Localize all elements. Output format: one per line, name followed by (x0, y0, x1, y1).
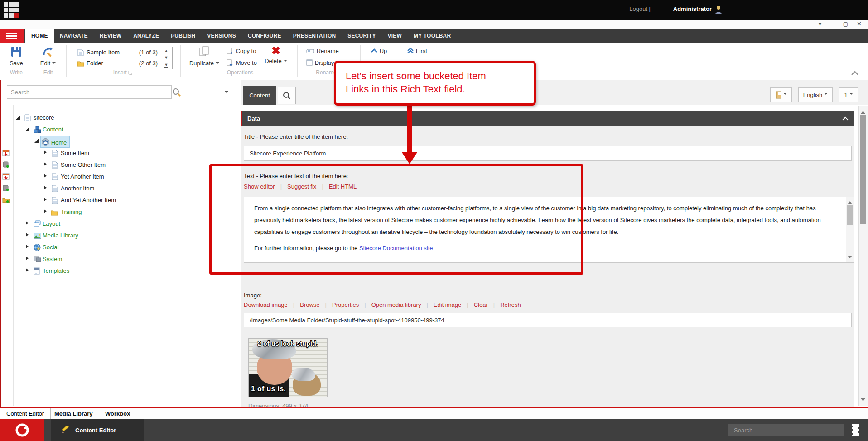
show-editor-link[interactable]: Show editor (244, 183, 275, 190)
expander-icon[interactable] (44, 186, 48, 189)
tree-item-another-item[interactable]: Another Item (1, 183, 236, 194)
delete-button[interactable]: ✖ Delete (262, 45, 290, 64)
expander-icon[interactable] (26, 221, 30, 225)
ribbon-tab-publish[interactable]: PUBLISH (165, 29, 201, 43)
search-icon[interactable] (172, 88, 181, 97)
maximize-icon[interactable]: ▢ (843, 20, 848, 28)
tree-item-training[interactable]: Training (1, 206, 236, 218)
duplicate-button[interactable]: Duplicate (188, 46, 221, 67)
scroll-up-icon[interactable] (848, 199, 852, 204)
scrollbar-thumb[interactable] (860, 115, 866, 224)
ribbon-tab-configure[interactable]: CONFIGURE (242, 29, 287, 43)
search-options-caret-icon[interactable] (225, 91, 228, 95)
first-button[interactable]: First (407, 48, 427, 54)
tree-item-and-yet-another-item[interactable]: And Yet Another Item (1, 194, 236, 206)
scroll-down-icon[interactable] (848, 256, 852, 261)
expander-icon[interactable] (26, 233, 30, 237)
tree-item-templates[interactable]: Templates (1, 265, 236, 277)
scroll-up-icon[interactable] (861, 109, 865, 114)
edit-image-link[interactable]: Edit image (434, 301, 461, 308)
ribbon-tab-security[interactable]: SECURITY (342, 29, 381, 43)
scroll-down-icon[interactable] (861, 398, 865, 403)
expander-icon[interactable] (44, 174, 48, 178)
browse-link[interactable]: Browse (300, 301, 319, 308)
tab-content[interactable]: Content (243, 86, 276, 105)
insert-spinner[interactable]: ▲ ▼ ▼ (161, 47, 171, 69)
app-switcher-icon[interactable] (850, 424, 861, 436)
profile-selector-button[interactable] (770, 87, 792, 102)
rename-button[interactable]: Rename (306, 48, 339, 54)
ribbon-tab-presentation[interactable]: PRESENTATION (287, 29, 342, 43)
spin-down-icon[interactable]: ▼ (164, 55, 169, 60)
refresh-link[interactable]: Refresh (500, 301, 521, 308)
expander-icon[interactable] (26, 268, 30, 272)
expander-icon[interactable] (44, 209, 48, 213)
taskbar-search-input[interactable] (728, 424, 844, 436)
ribbon-tab-home[interactable]: HOME (25, 29, 54, 43)
move-to-button[interactable]: Move to (227, 59, 257, 66)
current-user-label[interactable]: Administrator (673, 5, 712, 12)
collapse-ribbon-icon[interactable] (851, 70, 859, 76)
tree-item-layout[interactable]: Layout (1, 218, 236, 230)
collapse-section-icon[interactable] (842, 116, 849, 121)
ribbon-tab-my-toolbar[interactable]: MY TOOLBAR (408, 29, 457, 43)
ribbon-tab-review[interactable]: REVIEW (94, 29, 128, 43)
expander-icon[interactable] (44, 150, 48, 154)
clear-link[interactable]: Clear (474, 301, 488, 308)
item-search-button[interactable] (278, 87, 296, 104)
window-menu-caret-icon[interactable]: ▾ (819, 20, 821, 28)
tree-item-sitecore[interactable]: sitecore (1, 112, 236, 124)
expander-icon[interactable] (44, 198, 48, 201)
suggest-fix-link[interactable]: Suggest fix (287, 183, 316, 190)
tree-item-system[interactable]: System (1, 253, 236, 265)
minimize-icon[interactable]: — (830, 20, 835, 28)
sitecore-logo[interactable] (0, 419, 44, 441)
edit-button[interactable]: Edit (34, 46, 62, 67)
open-media-library-link[interactable]: Open media library (371, 301, 421, 308)
ribbon-tab-versions[interactable]: VERSIONS (201, 29, 242, 43)
tree-item-some-other-item[interactable]: Some Other Item (1, 159, 236, 171)
title-field-input[interactable] (244, 146, 852, 161)
up-button[interactable]: Up (371, 48, 387, 54)
expander-icon[interactable] (44, 162, 48, 166)
expander-icon[interactable] (16, 115, 20, 120)
section-header-data[interactable]: Data (241, 111, 854, 126)
expander-icon[interactable] (34, 139, 39, 143)
close-icon[interactable]: ✕ (857, 20, 862, 28)
language-selector-button[interactable]: English (798, 87, 833, 102)
richtext-scrollbar[interactable] (846, 197, 854, 262)
ribbon-tab-analyze[interactable]: ANALYZE (127, 29, 165, 43)
ribbon-tab-view[interactable]: VIEW (382, 29, 408, 43)
tree-item-yet-another-item[interactable]: Yet Another Item (1, 171, 236, 183)
properties-link[interactable]: Properties (332, 301, 359, 308)
insert-dialog-launcher-icon[interactable] (128, 71, 132, 75)
expander-icon[interactable] (26, 257, 30, 260)
sitecore-documentation-link[interactable]: Sitecore Documentation site (359, 245, 433, 252)
tree-item-content[interactable]: Content (1, 124, 236, 136)
hamburger-menu-icon[interactable] (0, 29, 24, 43)
scrollbar-thumb[interactable] (847, 205, 853, 225)
version-selector-button[interactable]: 1 (839, 87, 858, 102)
spin-last-icon[interactable]: ▼ (164, 63, 169, 68)
rich-text-field[interactable]: From a single connected platform that al… (244, 197, 854, 263)
spin-up-icon[interactable]: ▲ (164, 48, 169, 53)
tree-item-media-library[interactable]: Media Library (1, 230, 236, 242)
edit-html-link[interactable]: Edit HTML (329, 183, 357, 190)
app-tab-content-editor[interactable]: Content Editor (0, 408, 51, 419)
app-tab-media-library[interactable]: Media Library (48, 408, 99, 419)
tree-item-home[interactable]: Home (1, 136, 236, 147)
insert-folder[interactable]: Folder (2 of 3) (74, 58, 159, 69)
tree-search-input[interactable] (7, 85, 172, 99)
tree-item-some-item[interactable]: Some Item (1, 147, 236, 159)
expander-icon[interactable] (26, 245, 30, 248)
insert-sample-item[interactable]: Sample Item (1 of 3) (74, 47, 159, 58)
save-button[interactable]: Save (4, 46, 29, 67)
copy-to-button[interactable]: Copy to (227, 48, 256, 54)
display-name-button[interactable]: Display (306, 59, 334, 66)
app-launcher-icon[interactable] (4, 2, 19, 18)
image-path-input[interactable] (244, 313, 852, 327)
expander-icon[interactable] (25, 127, 29, 131)
ribbon-tab-navigate[interactable]: NAVIGATE (54, 29, 94, 43)
taskbar-content-editor-button[interactable]: Content Editor (51, 419, 144, 441)
app-tab-workbox[interactable]: Workbox (99, 408, 136, 419)
